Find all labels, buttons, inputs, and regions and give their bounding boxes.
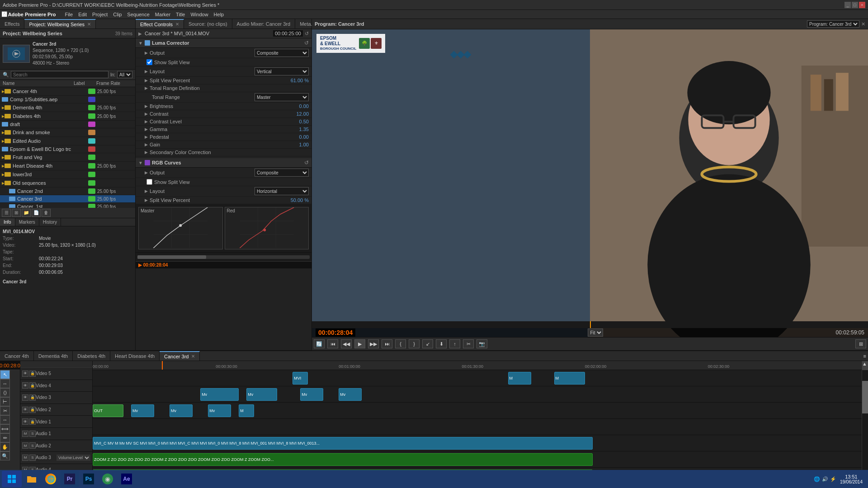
timeline-tab-diabetes4th[interactable]: Diabetes 4th: [73, 351, 110, 361]
rgb-curves-section-header[interactable]: ▼ RGB Curves ↺: [136, 158, 311, 168]
track4-lock[interactable]: 🔒: [29, 382, 36, 389]
curves-scroll-thumb[interactable]: [137, 255, 206, 259]
video4-clip3[interactable]: Mv: [300, 388, 323, 401]
luma-split-pct-value[interactable]: 61.00 %: [282, 78, 309, 83]
taskbar-photoshop[interactable]: Ps: [80, 471, 98, 487]
audio1-mute[interactable]: M: [22, 431, 28, 437]
timeline-tab-dementia4th[interactable]: Dementia 4th: [34, 351, 73, 361]
video4-clip2[interactable]: Mv: [246, 388, 277, 401]
tab-effect-controls[interactable]: Effect Controls ✕: [136, 19, 184, 28]
master-curve-box[interactable]: Master: [138, 207, 223, 249]
close-button[interactable]: ×: [859, 2, 865, 8]
zoom-tool[interactable]: 🔍: [0, 451, 10, 460]
taskbar-media-player[interactable]: ◉: [99, 471, 117, 487]
project-tab-close[interactable]: ✕: [87, 22, 91, 27]
monitor-step-fwd-btn[interactable]: ▶▶: [368, 339, 379, 348]
track3-toggle-eye[interactable]: 👁: [22, 394, 28, 401]
col-header-name[interactable]: Name: [3, 81, 74, 86]
minimize-button[interactable]: _: [844, 2, 851, 8]
contrast-level-value[interactable]: 0.50: [282, 119, 309, 124]
luma-split-view-check[interactable]: [146, 59, 152, 65]
timeline-menu-icon[interactable]: ≡: [862, 351, 868, 361]
list-item[interactable]: Cancer 3rd 25.00 fps: [0, 195, 135, 203]
timeline-tab-cancer3rd-close[interactable]: ✕: [191, 354, 195, 359]
taskbar-explorer[interactable]: [23, 471, 41, 487]
start-button[interactable]: [2, 471, 22, 487]
rgb-split-view-check[interactable]: [146, 179, 152, 185]
track2-toggle-eye[interactable]: 👁: [22, 407, 28, 413]
search-input[interactable]: [11, 71, 108, 78]
red-curve-box[interactable]: Red: [225, 207, 309, 249]
taskbar-firefox[interactable]: 🌐: [42, 471, 60, 487]
monitor-settings-btn[interactable]: ⊞: [855, 339, 866, 348]
video4-clip4[interactable]: Mv: [339, 388, 362, 401]
gain-value[interactable]: 1.00: [282, 142, 309, 147]
col-header-framerate[interactable]: Frame Rate: [96, 81, 132, 86]
taskbar-premiere[interactable]: Pr: [61, 471, 79, 487]
luma-layout-select[interactable]: Vertical: [255, 67, 309, 75]
list-item[interactable]: ▸ Cancer 4th 25.00 fps: [0, 87, 135, 96]
list-item[interactable]: ▸ Heart Disease 4th 25.00 fps: [0, 162, 135, 170]
selection-tool[interactable]: ↖: [0, 370, 10, 379]
monitor-lift-btn[interactable]: ↑: [449, 339, 460, 348]
rgb-output-select[interactable]: Composite: [255, 169, 309, 177]
gamma-value[interactable]: 1.35: [282, 127, 309, 132]
new-item-btn[interactable]: 📄: [32, 209, 41, 217]
list-item[interactable]: Cancer_1st 25.00 fps: [0, 203, 135, 208]
monitor-go-in-btn[interactable]: ⏮: [327, 339, 338, 348]
monitor-go-out-btn[interactable]: ⏭: [382, 339, 392, 348]
tab-info[interactable]: Info: [0, 218, 15, 226]
rgb-reset-button[interactable]: ↺: [304, 160, 309, 166]
timeline-vscroll-thumb[interactable]: [862, 381, 868, 413]
track1-lock[interactable]: 🔒: [29, 418, 36, 425]
track3-lock[interactable]: 🔒: [29, 394, 36, 401]
razor-tool[interactable]: ✂: [0, 406, 10, 415]
timeline-tab-cancer3rd[interactable]: Cancer 3rd ✕: [160, 351, 200, 361]
monitor-source-select[interactable]: Program: Cancer 3rd: [807, 20, 859, 28]
ripple-edit-tool[interactable]: ⟨⟩: [0, 388, 10, 397]
luma-tonal-range-select[interactable]: Master: [255, 93, 309, 101]
video3-clip5[interactable]: M: [239, 404, 254, 417]
audio3-solo[interactable]: S: [29, 455, 36, 461]
video5-clip1[interactable]: MVI: [292, 372, 308, 385]
list-item[interactable]: ▸ lower3rd: [0, 170, 135, 179]
audio2-mute[interactable]: M: [22, 442, 28, 449]
monitor-close-icon[interactable]: ✕: [861, 21, 865, 27]
monitor-step-back-btn[interactable]: ◀◀: [341, 339, 352, 348]
monitor-fit-select[interactable]: Fit: [588, 328, 603, 337]
tab-history[interactable]: History: [39, 218, 61, 226]
monitor-mark-out-btn[interactable]: }: [409, 339, 420, 348]
monitor-overwrite-btn[interactable]: ⬇: [436, 339, 447, 348]
timeline-vscroll-up[interactable]: ▲: [862, 361, 868, 370]
rolling-edit-tool[interactable]: ⊢: [0, 397, 10, 406]
hand-tool[interactable]: ✋: [0, 442, 10, 451]
new-bin-btn[interactable]: 📁: [22, 209, 31, 217]
audio3-dropdown[interactable]: Volume:Level: [57, 455, 90, 461]
ec-tab-close[interactable]: ✕: [175, 22, 179, 27]
menu-window[interactable]: Window: [190, 12, 208, 17]
ec-expand-icon[interactable]: ▶: [138, 31, 142, 36]
video3-green-clip[interactable]: OUT: [93, 404, 123, 417]
monitor-extract-btn[interactable]: ✂: [463, 339, 474, 348]
menu-clip[interactable]: Clip: [113, 12, 122, 17]
maximize-button[interactable]: □: [852, 2, 858, 8]
monitor-loop-btn[interactable]: 🔄: [314, 339, 325, 348]
rgb-split-pct-value[interactable]: 50.00 %: [282, 197, 309, 203]
tab-effects[interactable]: Effects: [0, 19, 24, 28]
list-item[interactable]: Cancer 2nd 25.00 fps: [0, 188, 135, 195]
track-select-tool[interactable]: ↔: [0, 379, 10, 388]
video4-clip1[interactable]: Mv: [200, 388, 239, 401]
menu-title[interactable]: Title: [176, 12, 185, 17]
taskbar-ae[interactable]: Ae: [118, 471, 136, 487]
luma-section-header[interactable]: ▼ Luma Corrector ↺: [136, 38, 311, 48]
track1-toggle-eye[interactable]: 👁: [22, 418, 28, 425]
timeline-tab-cancer4th[interactable]: Cancer 4th: [0, 351, 34, 361]
menu-marker[interactable]: Marker: [155, 12, 170, 17]
video5-clip2[interactable]: M: [508, 372, 531, 385]
brightness-value[interactable]: 0.00: [282, 103, 309, 109]
audio1-main-bar[interactable]: ZOOM Z ZO ZOO ZO ZOO ZO ZOOM Z ZOO ZOO Z…: [93, 453, 593, 466]
list-item[interactable]: ▸ Old sequences: [0, 179, 135, 188]
tab-audio-mixer[interactable]: Audio Mixer: Cancer 3rd: [232, 19, 296, 28]
track5-lock[interactable]: 🔒: [29, 371, 36, 377]
video1-main-bar[interactable]: MVI_C MV M Mv MV SC MVI MVI_0 MVI MVI MV…: [93, 437, 593, 450]
